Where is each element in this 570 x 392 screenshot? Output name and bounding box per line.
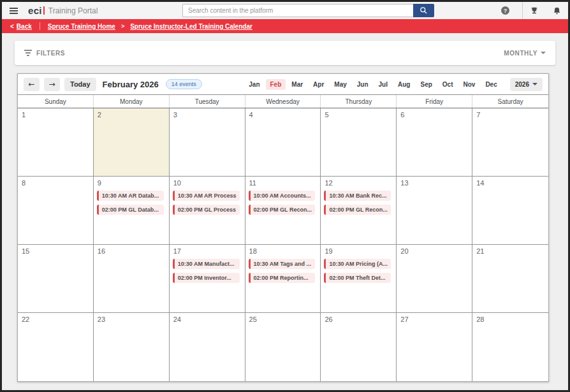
day-cell-27: 27 bbox=[397, 313, 472, 381]
training-portal-window: { "topbar": { "brand": "eci", "product":… bbox=[0, 0, 570, 392]
year-dropdown[interactable]: 2026 bbox=[510, 78, 543, 91]
week-row: 22232425262728 bbox=[18, 313, 548, 381]
month-tab-apr[interactable]: Apr bbox=[309, 79, 328, 90]
month-tab-jun[interactable]: Jun bbox=[353, 79, 373, 90]
date-number: 25 bbox=[245, 313, 321, 323]
day-name-sunday: Sunday bbox=[18, 95, 94, 108]
today-button[interactable]: Today bbox=[64, 78, 96, 91]
day-cell-19: 1910:30 AM Pricing (A...02:00 PM Theft D… bbox=[321, 245, 397, 313]
event-chip[interactable]: 02:00 PM Theft Det... bbox=[324, 273, 391, 283]
date-number: 14 bbox=[472, 177, 548, 187]
day-name-saturday: Saturday bbox=[472, 95, 548, 108]
event-chip[interactable]: 02:00 PM GL Recon... bbox=[324, 205, 391, 215]
date-number: 17 bbox=[170, 245, 245, 255]
day-cell-4: 4 bbox=[245, 108, 321, 177]
topbar-divider bbox=[522, 2, 523, 19]
search-bar bbox=[182, 4, 434, 17]
day-cell-17: 1710:30 AM Manufact...02:00 PM Inventor.… bbox=[170, 245, 245, 313]
date-number: 15 bbox=[18, 245, 93, 255]
month-tab-oct[interactable]: Oct bbox=[438, 79, 458, 90]
date-number: 9 bbox=[94, 177, 169, 187]
event-chip[interactable]: 10:30 AM Pricing (A... bbox=[324, 259, 391, 269]
month-tab-mar[interactable]: Mar bbox=[287, 79, 307, 90]
date-number: 23 bbox=[94, 313, 169, 323]
top-right-icons: ? bbox=[501, 2, 568, 19]
trophy-icon[interactable] bbox=[530, 6, 539, 15]
notifications-bell-icon[interactable] bbox=[553, 6, 561, 15]
filters-bar: FILTERS MONTHLY bbox=[15, 41, 555, 65]
top-bar: eci Training Portal ? bbox=[2, 2, 568, 19]
event-chip[interactable]: 10:30 AM Manufact... bbox=[173, 259, 240, 269]
date-number: 4 bbox=[245, 108, 321, 119]
event-chip[interactable]: 02:00 PM Reportin... bbox=[249, 273, 316, 283]
calendar-grid: 12345678910:30 AM AR Datab...02:00 PM GL… bbox=[18, 108, 548, 381]
day-cell-15: 15 bbox=[18, 245, 94, 313]
day-cell-6: 6 bbox=[397, 108, 472, 177]
filters-label: FILTERS bbox=[36, 50, 65, 57]
help-icon[interactable]: ? bbox=[501, 6, 509, 15]
day-name-monday: Monday bbox=[94, 95, 170, 108]
week-row: 1234567 bbox=[18, 108, 548, 177]
event-chip[interactable]: 10:30 AM AR Process bbox=[173, 191, 240, 201]
month-tab-may[interactable]: May bbox=[330, 79, 351, 90]
breadcrumb-current-link[interactable]: Spruce Instructor-Led Training Calendar bbox=[130, 23, 252, 30]
chevron-down-icon bbox=[541, 52, 546, 54]
event-chip[interactable]: 02:00 PM Inventor... bbox=[173, 273, 240, 283]
day-cell-13: 13 bbox=[397, 177, 472, 245]
menu-icon[interactable] bbox=[10, 8, 18, 14]
date-number: 6 bbox=[397, 108, 472, 119]
view-mode-dropdown[interactable]: MONTHLY bbox=[504, 50, 546, 57]
day-cell-5: 5 bbox=[321, 108, 397, 177]
breadcrumb-home-link[interactable]: Spruce Training Home bbox=[48, 23, 115, 30]
day-cell-28: 28 bbox=[472, 313, 548, 381]
week-row: 15161710:30 AM Manufact...02:00 PM Inven… bbox=[18, 245, 548, 313]
day-cell-3: 3 bbox=[170, 108, 245, 177]
search-button[interactable] bbox=[413, 4, 434, 17]
chevron-right-icon: > bbox=[121, 23, 124, 29]
breadcrumb-divider bbox=[40, 22, 40, 30]
month-tab-nov[interactable]: Nov bbox=[458, 79, 479, 90]
calendar-title: February 2026 bbox=[103, 80, 159, 89]
calendar-toolbar: ← → Today February 2026 14 events JanFeb… bbox=[18, 74, 548, 95]
month-tab-aug[interactable]: Aug bbox=[393, 79, 414, 90]
prev-month-button[interactable]: ← bbox=[24, 78, 40, 91]
date-number: 7 bbox=[472, 108, 548, 119]
date-number: 27 bbox=[397, 313, 472, 323]
month-tab-feb[interactable]: Feb bbox=[266, 79, 286, 90]
month-tab-dec[interactable]: Dec bbox=[481, 79, 501, 90]
date-number: 11 bbox=[245, 177, 321, 187]
filters-toggle[interactable]: FILTERS bbox=[24, 50, 65, 57]
event-chip[interactable]: 10:00 AM Accounts... bbox=[249, 191, 316, 201]
day-cell-20: 20 bbox=[397, 245, 472, 313]
month-tab-jan[interactable]: Jan bbox=[244, 79, 264, 90]
day-cell-26: 26 bbox=[321, 313, 397, 381]
next-month-button[interactable]: → bbox=[44, 78, 60, 91]
day-cell-23: 23 bbox=[94, 313, 170, 381]
day-name-thursday: Thursday bbox=[321, 95, 397, 108]
chevron-left-icon: < bbox=[10, 23, 14, 30]
date-number: 19 bbox=[321, 245, 396, 255]
month-tab-sep[interactable]: Sep bbox=[416, 79, 436, 90]
search-input[interactable] bbox=[182, 4, 413, 17]
event-chip[interactable]: 10:30 AM Bank Rec... bbox=[324, 191, 391, 201]
day-name-tuesday: Tuesday bbox=[170, 95, 245, 108]
day-cell-22: 22 bbox=[18, 313, 94, 381]
event-chip[interactable]: 10:30 AM AR Datab... bbox=[97, 191, 164, 201]
day-cell-9: 910:30 AM AR Datab...02:00 PM GL Datab..… bbox=[94, 177, 170, 245]
event-chip[interactable]: 02:00 PM GL Recon... bbox=[249, 205, 316, 215]
event-chip[interactable]: 02:00 PM GL Process bbox=[173, 205, 240, 215]
back-link[interactable]: < Back bbox=[10, 23, 32, 30]
day-cell-2: 2 bbox=[94, 108, 170, 177]
event-chip[interactable]: 10:30 AM Tags and ... bbox=[249, 259, 316, 269]
date-number: 24 bbox=[170, 313, 245, 323]
date-number: 28 bbox=[472, 313, 548, 323]
week-row: 8910:30 AM AR Datab...02:00 PM GL Datab.… bbox=[18, 177, 548, 245]
date-number: 18 bbox=[245, 245, 321, 255]
event-chip[interactable]: 02:00 PM GL Datab... bbox=[97, 205, 164, 215]
date-number: 20 bbox=[397, 245, 472, 255]
back-label: Back bbox=[17, 23, 32, 30]
day-cell-21: 21 bbox=[472, 245, 548, 313]
day-cell-11: 1110:00 AM Accounts...02:00 PM GL Recon.… bbox=[245, 177, 321, 245]
month-tab-jul[interactable]: Jul bbox=[374, 79, 392, 90]
eci-logo: eci bbox=[28, 5, 42, 16]
